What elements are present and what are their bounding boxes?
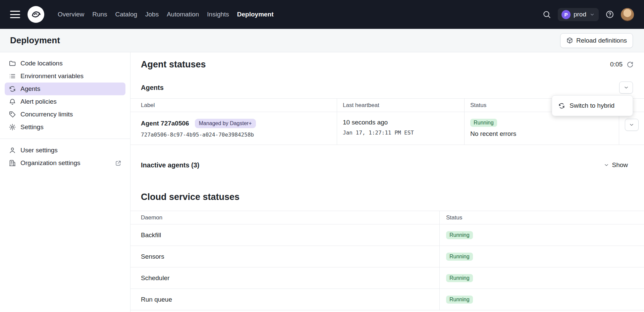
nav-overview[interactable]: Overview bbox=[54, 0, 88, 29]
rows-icon bbox=[9, 72, 16, 80]
refresh-countdown: 0:05 bbox=[610, 61, 623, 68]
agents-actions-menu: Switch to hybrid bbox=[552, 95, 633, 116]
sidebar-item-concurrency-limits[interactable]: Concurrency limits bbox=[5, 108, 125, 121]
daemon-status-cell: Running bbox=[439, 289, 644, 310]
page-header: Deployment Reload definitions bbox=[0, 29, 644, 52]
daemon-name: Backfill bbox=[130, 224, 439, 246]
bell-icon bbox=[9, 98, 16, 105]
agents-actions-caret-button[interactable] bbox=[619, 82, 633, 94]
heartbeat-timestamp: Jan 17, 1:27:11 PM EST bbox=[343, 129, 459, 136]
sidebar-item-alert-policies[interactable]: Alert policies bbox=[5, 95, 125, 108]
sidebar-item-user-settings[interactable]: User settings bbox=[5, 144, 125, 157]
daemon-name: Sensors bbox=[130, 246, 439, 267]
status-badge: Running bbox=[446, 231, 473, 239]
heartbeat-relative: 10 seconds ago bbox=[343, 119, 459, 126]
tag-icon bbox=[9, 111, 16, 118]
agent-id: 727a0506-8c97-4b95-a024-70e3984258b bbox=[141, 132, 331, 138]
daemon-status-cell: Running bbox=[439, 267, 644, 289]
chevron-down-icon bbox=[603, 162, 609, 168]
chevron-down-icon bbox=[589, 12, 595, 17]
daemon-name: Scheduler bbox=[130, 267, 439, 289]
status-badge: Running bbox=[446, 253, 473, 261]
reload-definitions-icon bbox=[566, 37, 573, 44]
sidebar-item-environment-variables[interactable]: Environment variables bbox=[5, 70, 125, 83]
cloud-services-table: Daemon Status Backfill Running Sensors R… bbox=[130, 211, 644, 310]
managed-badge: Managed by Dagster+ bbox=[195, 119, 256, 128]
chevron-down-icon bbox=[629, 122, 635, 128]
agent-row-actions-cell bbox=[619, 112, 644, 145]
page-title: Deployment bbox=[10, 35, 60, 46]
sidebar-divider bbox=[0, 139, 130, 139]
nav-deployment[interactable]: Deployment bbox=[233, 0, 278, 29]
status-badge: Running bbox=[470, 119, 497, 127]
dagster-logo[interactable] bbox=[28, 6, 44, 23]
agent-icon bbox=[9, 85, 16, 93]
primary-nav: Overview Runs Catalog Jobs Automation In… bbox=[54, 0, 278, 29]
hamburger-menu-icon[interactable] bbox=[10, 11, 20, 18]
external-link-icon bbox=[115, 160, 121, 166]
refresh-icon[interactable] bbox=[627, 61, 634, 68]
daemon-name: Run queue bbox=[130, 289, 439, 310]
status-badge: Running bbox=[446, 274, 473, 282]
nav-automation[interactable]: Automation bbox=[163, 0, 203, 29]
status-note: No recent errors bbox=[470, 130, 613, 138]
inactive-agents-heading: Inactive agents (3) bbox=[141, 161, 200, 169]
sidebar-item-code-locations[interactable]: Code locations bbox=[5, 57, 125, 70]
show-inactive-agents-toggle[interactable]: Show bbox=[603, 161, 628, 169]
top-navbar: Overview Runs Catalog Jobs Automation In… bbox=[0, 0, 644, 29]
agent-icon bbox=[558, 102, 565, 109]
nav-catalog[interactable]: Catalog bbox=[111, 0, 142, 29]
column-header-status: Status bbox=[439, 211, 644, 224]
agent-label-cell: Agent 727a0506 Managed by Dagster+ 727a0… bbox=[130, 112, 337, 145]
column-header-label: Label bbox=[130, 99, 337, 112]
sidebar-item-organization-settings[interactable]: Organization settings bbox=[5, 157, 125, 169]
agent-statuses-title: Agent statuses bbox=[141, 59, 206, 70]
cloud-service-statuses-title: Cloud service statuses bbox=[141, 192, 239, 202]
gear-icon bbox=[9, 123, 16, 131]
column-header-last-heartbeat: Last heartbeat bbox=[337, 99, 464, 112]
user-avatar[interactable] bbox=[621, 8, 634, 21]
status-badge: Running bbox=[446, 296, 473, 304]
deployment-avatar: P bbox=[561, 10, 571, 19]
folder-icon bbox=[9, 60, 16, 67]
agent-heartbeat-cell: 10 seconds ago Jan 17, 1:27:11 PM EST bbox=[337, 112, 464, 145]
user-icon bbox=[9, 147, 16, 154]
agent-row-caret-button[interactable] bbox=[625, 119, 639, 131]
nav-insights[interactable]: Insights bbox=[203, 0, 233, 29]
nav-runs[interactable]: Runs bbox=[88, 0, 111, 29]
chevron-down-icon bbox=[623, 85, 629, 91]
navbar-right: P prod bbox=[542, 8, 634, 21]
sidebar-item-agents[interactable]: Agents bbox=[5, 83, 125, 95]
column-header-daemon: Daemon bbox=[130, 211, 439, 224]
agent-name: Agent 727a0506 bbox=[141, 120, 189, 127]
reload-definitions-button[interactable]: Reload definitions bbox=[560, 33, 633, 48]
help-icon[interactable] bbox=[605, 10, 614, 19]
nav-jobs[interactable]: Jobs bbox=[141, 0, 163, 29]
sidebar-item-settings[interactable]: Settings bbox=[5, 121, 125, 134]
agent-status-cell: Running No recent errors bbox=[464, 112, 619, 145]
building-icon bbox=[9, 159, 16, 167]
deployment-sidebar: Code locations Environment variables Age… bbox=[0, 52, 130, 312]
deployment-name: prod bbox=[574, 11, 586, 18]
agents-heading: Agents bbox=[141, 84, 164, 92]
deployment-switcher[interactable]: P prod bbox=[558, 8, 599, 21]
daemon-status-cell: Running bbox=[439, 224, 644, 246]
search-icon[interactable] bbox=[542, 10, 551, 19]
agents-page: Agent statuses 0:05 Agents Label Last he… bbox=[130, 52, 644, 312]
daemon-status-cell: Running bbox=[439, 246, 644, 267]
menu-item-switch-to-hybrid[interactable]: Switch to hybrid bbox=[552, 96, 633, 116]
